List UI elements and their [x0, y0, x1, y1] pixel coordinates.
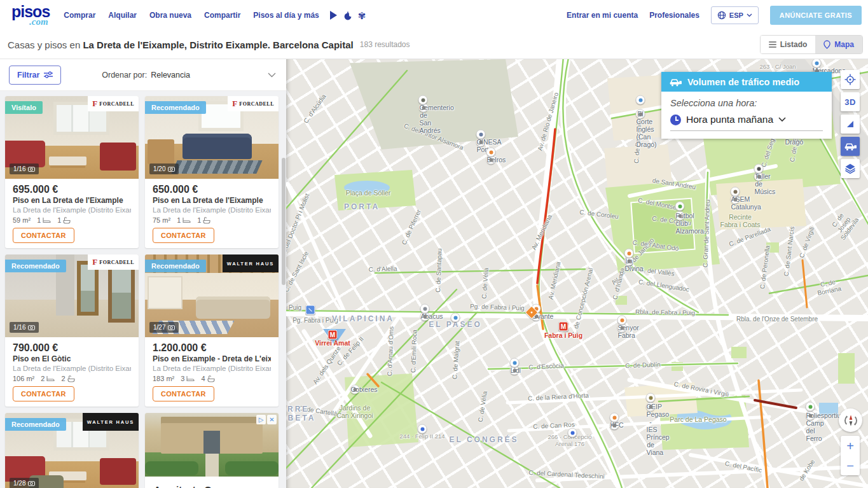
toggle-listado-label: Listado — [780, 40, 808, 49]
listing-features: 183 m² 3 4 — [153, 375, 271, 382]
photo-shape — [183, 134, 252, 159]
contact-button[interactable]: CONTACTAR — [13, 228, 74, 243]
huawei-icon[interactable]: ✾ — [358, 11, 366, 20]
baths-count: 2 — [61, 375, 65, 382]
listing-card[interactable]: Recomendado WALTER HAUS 1/27 1.200.000 €… — [145, 254, 279, 407]
beds-count: 1 — [37, 216, 41, 224]
listing-info: 650.000 € Piso en La Dreta de l'Eixample… — [145, 179, 279, 248]
ad-close-icon[interactable]: ✕ — [267, 415, 277, 424]
agency-logo-mark: F — [92, 257, 97, 267]
contact-button[interactable]: CONTACTAR — [13, 386, 74, 401]
green-small — [616, 296, 627, 305]
listing-photo: Visítalo FFORCADELL 1/16 — [5, 96, 139, 179]
listing-title: Piso en La Dreta de l'Eixample — [13, 196, 131, 206]
ad-title: Arquitecto Gerona — [145, 477, 279, 488]
listing-photo: Recomendado WALTER HAUS 1/27 — [145, 254, 279, 337]
main-nav: Comprar Alquilar Obra nueva Compartir Pi… — [64, 11, 319, 20]
agency-logo-mark: F — [232, 99, 237, 109]
photo-shape — [203, 431, 219, 454]
filter-button[interactable]: Filtrar — [9, 66, 61, 85]
photo-count: 1/16 — [10, 322, 39, 333]
photo-shape — [148, 276, 183, 309]
traffic-layer-button[interactable] — [841, 137, 860, 156]
adchoices-icon[interactable]: ▷ — [256, 415, 266, 424]
listing-price: 650.000 € — [153, 184, 271, 195]
view-toggle: Listado Mapa — [760, 35, 863, 54]
map-pin-icon — [823, 40, 830, 49]
zoom-controls: + − — [841, 436, 860, 475]
traffic-panel: Volumen de tráfico medio Selecciona una … — [661, 72, 832, 139]
photo-count: 1/28 — [10, 478, 39, 488]
agency-logo: FFORCADELL — [88, 96, 139, 111]
compass-control[interactable] — [839, 408, 862, 432]
zoom-out-button[interactable]: − — [841, 456, 860, 475]
beds-count: 3 — [181, 375, 184, 382]
professionals-link[interactable]: Profesionales — [649, 11, 699, 20]
bed-icon — [186, 375, 195, 382]
publish-ad-button[interactable]: ANÚNCIATE GRATIS — [770, 6, 862, 25]
listing-photo: Recomendado FFORCADELL 1/20 — [145, 96, 279, 179]
listing-title: Piso en Eixample - Dreta de L'eixample — [153, 354, 271, 364]
baths-count: 4 — [201, 375, 205, 382]
listing-price: 790.000 € — [13, 342, 131, 354]
language-selector[interactable]: ESP — [711, 6, 759, 24]
3d-button[interactable]: 3D — [841, 92, 860, 111]
agency-logo-mark: F — [92, 99, 97, 109]
listing-card[interactable]: Visítalo FFORCADELL 1/16 695.000 € Piso … — [5, 96, 139, 248]
hour-select-label: Selecciona una hora: — [670, 98, 823, 108]
pitch-alzamora — [631, 199, 694, 253]
traffic-panel-header: Volumen de tráfico medio — [661, 72, 832, 92]
sort-dropdown[interactable]: Ordenar por: Relevancia — [102, 71, 276, 80]
layers-button[interactable] — [841, 159, 860, 178]
listing-beds: 2 — [41, 375, 55, 382]
listing-area: 183 m² — [153, 375, 174, 382]
bed-icon — [46, 375, 55, 382]
scrollbar-thumb[interactable] — [282, 158, 286, 285]
photo-shape — [196, 296, 271, 319]
nav-compartir[interactable]: Compartir — [204, 11, 240, 20]
toggle-listado[interactable]: Listado — [761, 36, 816, 53]
listing-badge: Recomendado — [5, 260, 66, 272]
clock-icon — [670, 115, 681, 125]
contact-button[interactable]: CONTACTAR — [153, 386, 214, 401]
listing-features: 75 m² 1 1 — [153, 216, 271, 224]
login-link[interactable]: Entrar en mi cuenta — [567, 11, 638, 20]
pond-soller — [344, 181, 390, 195]
camera-icon — [28, 166, 35, 172]
photo-count: 1/16 — [10, 164, 39, 174]
results-header: Casas y pisos en La Dreta de l'Eixample,… — [0, 31, 868, 59]
listing-price: 695.000 € — [13, 184, 131, 195]
listing-title: Piso en El Gòtic — [13, 354, 131, 364]
bath-icon — [203, 217, 210, 224]
listing-card[interactable]: Recomendado FFORCADELL 1/16 790.000 € Pi… — [5, 254, 139, 407]
google-play-icon[interactable] — [329, 11, 338, 20]
photo-count-value: 1/16 — [13, 324, 25, 331]
locate-button[interactable] — [841, 70, 860, 89]
zoom-in-button[interactable]: + — [841, 436, 860, 456]
toggle-mapa[interactable]: Mapa — [815, 36, 862, 53]
sort-label: Ordenar por: — [102, 71, 147, 80]
draw-button[interactable] — [841, 115, 860, 134]
apple-icon[interactable] — [343, 11, 352, 20]
sort-value: Relevancia — [151, 71, 190, 80]
compass-icon — [841, 411, 860, 430]
hour-dropdown[interactable]: Hora punta mañana — [670, 114, 823, 131]
listing-location: La Dreta de l'Eixample (Distrito Eixampl… — [13, 206, 131, 214]
camera-icon — [168, 166, 175, 172]
listings-grid: Visítalo FFORCADELL 1/16 695.000 € Piso … — [0, 91, 286, 488]
listing-info: 790.000 € Piso en El Gòtic La Dreta de l… — [5, 337, 139, 407]
map[interactable]: C. de Rosselló i PorcelAv. de Rio de Jan… — [286, 59, 868, 488]
nav-pisos-al-dia[interactable]: Pisos al día y más — [253, 11, 319, 20]
listing-card[interactable]: Recomendado WALTER HAUS 1/28 — [5, 413, 139, 488]
nav-alquilar[interactable]: Alquilar — [108, 11, 137, 20]
ad-card[interactable]: ▷✕ Arquitecto Gerona — [145, 413, 279, 488]
agency-name: WALTER HAUS — [87, 419, 134, 425]
contact-button[interactable]: CONTACTAR — [153, 228, 214, 243]
sliders-icon — [44, 71, 53, 79]
nav-obra-nueva[interactable]: Obra nueva — [149, 11, 191, 20]
pisos-logo[interactable]: pisos .com — [11, 4, 50, 27]
ad-photo: ▷✕ — [145, 413, 279, 477]
nav-comprar[interactable]: Comprar — [64, 11, 95, 20]
green-small — [838, 353, 855, 384]
listing-card[interactable]: Recomendado FFORCADELL 1/20 650.000 € Pi… — [145, 96, 279, 248]
